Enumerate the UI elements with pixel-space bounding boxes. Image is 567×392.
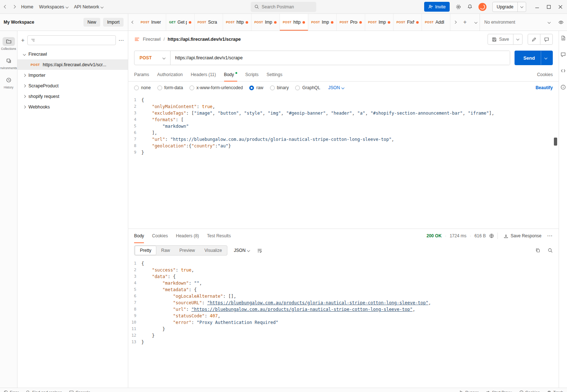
statusbar-runner[interactable]: Runner: [459, 390, 478, 392]
wrap-text-icon[interactable]: [257, 248, 262, 253]
body-type-none[interactable]: none: [134, 85, 151, 90]
statusbar-find-and-replace[interactable]: Find and replace: [26, 390, 62, 392]
maximize-button[interactable]: [547, 5, 551, 9]
request-body-editor[interactable]: 1{2 "onlyMainContent": true,3 "excludeTa…: [128, 94, 559, 229]
status-badge[interactable]: 200 OK: [427, 233, 442, 238]
editor-scrollbar-thumb[interactable]: [554, 138, 557, 146]
forward-icon[interactable]: [13, 5, 15, 8]
chevron-down-icon[interactable]: [541, 55, 551, 61]
info-icon[interactable]: [560, 84, 566, 90]
response-more-options-icon[interactable]: ···: [547, 233, 553, 238]
request-tab-settings[interactable]: Settings: [267, 68, 282, 81]
import-button[interactable]: Import: [103, 18, 124, 27]
collection-item-scrapeproduct[interactable]: ScrapeProduct: [17, 80, 128, 91]
request-tab-body[interactable]: Body: [224, 68, 237, 81]
response-time[interactable]: 1724 ms: [450, 233, 466, 238]
rail-item-environments[interactable]: Environments: [0, 54, 17, 73]
response-tab-body[interactable]: Body: [134, 229, 144, 243]
breadcrumb-request-name[interactable]: https://api.firecrawl.dev/v1/scrape: [168, 37, 241, 42]
scroll-tabs-right-icon[interactable]: [450, 14, 460, 31]
request-tab[interactable]: POSTImp: [251, 14, 280, 31]
request-tab-params[interactable]: Params: [134, 68, 149, 81]
nav-home[interactable]: Home: [21, 4, 33, 9]
rail-item-collections[interactable]: Collections: [0, 35, 17, 54]
response-body-editor[interactable]: 1{2 "success": true,3 "data": {4 "markdo…: [128, 258, 559, 388]
minimize-button[interactable]: [535, 5, 539, 9]
environment-selector[interactable]: No environment: [480, 14, 555, 31]
beautify-link[interactable]: Beautify: [536, 85, 553, 90]
scroll-tabs-left-icon[interactable]: [128, 14, 138, 31]
body-type-raw[interactable]: raw: [249, 85, 263, 90]
comment-icon[interactable]: [540, 34, 552, 44]
body-type-binary[interactable]: binary: [270, 85, 289, 90]
sidebar-more-options-icon[interactable]: ···: [119, 38, 124, 43]
request-tab[interactable]: POSTFixN: [394, 14, 422, 31]
body-type-form-data[interactable]: form-data: [157, 85, 183, 90]
send-button[interactable]: Send: [515, 51, 553, 65]
collection-item-shopify-request[interactable]: shopify request: [17, 91, 128, 102]
request-tab-headers-11[interactable]: Headers (11): [191, 68, 216, 81]
new-button[interactable]: New: [83, 18, 100, 27]
upgrade-button[interactable]: Upgrade: [492, 2, 526, 12]
response-tab-cookies[interactable]: Cookies: [152, 229, 168, 243]
request-tab[interactable]: POSTAddl: [422, 14, 450, 31]
collection-item-importer[interactable]: Importer: [17, 70, 128, 80]
nav-workspaces[interactable]: Workspaces: [39, 4, 68, 9]
comment-icon[interactable]: [560, 52, 566, 57]
breadcrumb-collection[interactable]: Firecrawl: [143, 37, 161, 42]
cookies-link[interactable]: Cookies: [537, 68, 553, 81]
response-tab-headers-8[interactable]: Headers (8): [176, 229, 199, 243]
request-tab[interactable]: POSTProd: [337, 14, 365, 31]
url-input[interactable]: [171, 51, 510, 65]
statusbar-console[interactable]: Console: [69, 390, 90, 392]
view-tab-visualize[interactable]: Visualize: [200, 246, 227, 255]
body-type-x-www-form-urlencoded[interactable]: x-www-form-urlencoded: [189, 85, 243, 90]
rail-item-history[interactable]: History: [0, 73, 17, 92]
new-tab-button[interactable]: +: [460, 14, 470, 31]
statusbar-cookies[interactable]: Cookies: [519, 390, 540, 392]
tab-list-chevron-icon[interactable]: [470, 14, 480, 31]
view-tab-pretty[interactable]: Pretty: [135, 246, 156, 255]
request-tab[interactable]: POSThttp: [223, 14, 251, 31]
request-tab[interactable]: POSTInver: [138, 14, 166, 31]
response-tab-test-results[interactable]: Test Results: [207, 229, 231, 243]
globe-icon[interactable]: [489, 233, 494, 238]
documentation-icon[interactable]: [560, 35, 566, 41]
statusbar-start-proxy[interactable]: Start Proxy: [486, 390, 512, 392]
invite-button[interactable]: Invite: [424, 2, 450, 12]
request-tab[interactable]: POSTScra: [195, 14, 223, 31]
request-tab[interactable]: POSThttp: [280, 14, 308, 31]
save-response-button[interactable]: Save Response: [501, 231, 544, 240]
method-select[interactable]: POST: [134, 51, 171, 65]
statusbar-trash[interactable]: Trash: [547, 390, 563, 392]
response-language-select[interactable]: JSON: [234, 248, 250, 253]
chevron-down-icon[interactable]: [513, 37, 522, 42]
body-type-graphql[interactable]: GraphQL: [295, 85, 320, 90]
request-tab-authorization[interactable]: Authorization: [157, 68, 183, 81]
search-input[interactable]: Search Postman: [251, 2, 316, 12]
search-response-icon[interactable]: [548, 248, 553, 253]
edit-pencil-icon[interactable]: [528, 34, 540, 44]
save-button[interactable]: Save: [488, 34, 523, 45]
nav-api-network[interactable]: API Network: [74, 4, 103, 9]
copy-icon[interactable]: [535, 248, 540, 253]
request-item-scrape[interactable]: POST https://api.firecrawl.dev/v1/scr...: [17, 59, 128, 70]
request-tab[interactable]: POSTImp: [365, 14, 394, 31]
back-icon[interactable]: [4, 5, 7, 8]
view-tab-raw[interactable]: Raw: [156, 246, 175, 255]
postman-logo[interactable]: [478, 3, 486, 11]
view-tab-preview[interactable]: Preview: [175, 246, 200, 255]
collection-item-webhooks[interactable]: Webhooks: [17, 102, 128, 112]
code-icon[interactable]: [560, 68, 566, 74]
gear-icon[interactable]: [455, 4, 461, 10]
close-button[interactable]: [558, 5, 563, 9]
response-size[interactable]: 616 B: [474, 233, 486, 238]
body-language-select[interactable]: JSON: [328, 85, 344, 90]
bell-icon[interactable]: [467, 4, 473, 9]
request-tab[interactable]: GETGet p: [166, 14, 195, 31]
sidebar-search-input[interactable]: [27, 35, 116, 45]
request-tab[interactable]: POSTImp: [308, 14, 337, 31]
add-collection-icon[interactable]: +: [21, 37, 24, 44]
collection-item-firecrawl[interactable]: Firecrawl: [17, 49, 128, 59]
request-tab-scripts[interactable]: Scripts: [245, 68, 259, 81]
